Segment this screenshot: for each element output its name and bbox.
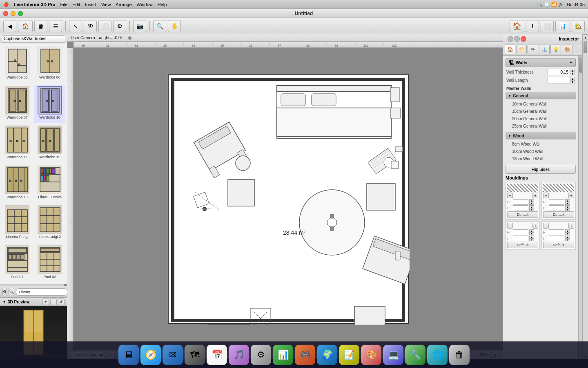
moulding-minus-tl[interactable]: − [507, 193, 513, 198]
tab-materials[interactable]: 🏠 [505, 45, 515, 54]
scrollbar-up-arrow[interactable]: ▲ [583, 34, 588, 40]
dock-syspref[interactable]: ⚙ [251, 345, 271, 365]
preview-toggle[interactable]: ▼ [2, 300, 6, 304]
toolbar-right1[interactable]: 🏠 [510, 20, 524, 32]
toolbar-right5[interactable]: 🏡 [572, 20, 585, 32]
wall-length-input[interactable] [548, 77, 570, 83]
dock-finder[interactable]: 🖥 [118, 345, 139, 365]
sidebar-item-wardrobe07[interactable]: Wardrobe 07 [2, 85, 33, 123]
wall-option-10cm-general[interactable]: 10cm General Wall [506, 100, 576, 108]
dock-app2[interactable]: 🎮 [295, 345, 315, 365]
app-name[interactable]: Live Interior 3D Pro [14, 2, 55, 7]
moulding-i-up-tl[interactable]: ▲ [529, 205, 534, 208]
inspector-scrollbar[interactable] [578, 56, 582, 359]
moulding-plus-br[interactable]: + [568, 223, 574, 229]
moulding-h-up-tl[interactable]: ▲ [529, 199, 534, 202]
sidebar-item-puni02[interactable]: Puni 02 [34, 245, 65, 283]
moulding-minus-br[interactable]: − [543, 223, 549, 229]
moulding-i-down-br[interactable]: ▼ [565, 238, 570, 241]
menu-view[interactable]: View [101, 2, 111, 7]
moulding-i-input-tl[interactable] [513, 205, 528, 211]
moulding-h-input-tr[interactable] [549, 199, 564, 205]
moulding-h-input-br[interactable] [549, 229, 564, 235]
wall-option-15cm-general[interactable]: 15cm General Wall [506, 108, 576, 115]
preview-reset[interactable]: ↺ [58, 298, 65, 305]
dock-app6[interactable]: 💻 [383, 345, 403, 365]
inspector-fullscreen-btn[interactable] [521, 36, 526, 42]
wall-length-down[interactable]: ▼ [570, 80, 575, 83]
tab-anchor[interactable]: ⚓ [539, 45, 550, 54]
dock-app5[interactable]: 🎨 [361, 345, 381, 365]
sidebar-item-librerbooks[interactable]: Librer... Books [34, 165, 65, 203]
moulding-h-up-tr[interactable]: ▲ [565, 199, 570, 202]
moulding-i-input-bl[interactable] [513, 236, 528, 241]
preview-zoom-in[interactable]: + [42, 298, 49, 305]
wall-thickness-up[interactable]: ▲ [570, 69, 575, 72]
menu-file[interactable]: File [60, 2, 67, 7]
sidebar-item-wardrobe05[interactable]: Wardrobe 05 [2, 45, 33, 83]
dock-itunes[interactable]: 🎵 [229, 345, 249, 365]
inspector-min-btn[interactable] [514, 36, 520, 42]
wall-option-8cm-wood[interactable]: 8cm Wood Wall [506, 140, 576, 148]
default-btn-tr[interactable]: Default [543, 211, 574, 218]
canvas-content[interactable]: 28,44 m² [74, 48, 503, 350]
sidebar-settings-btn[interactable]: ⚙ [2, 288, 7, 296]
sidebar-item-wardrobe10[interactable]: Wardrobe 10 [34, 85, 65, 123]
toolbar-floor-btn[interactable]: ⬜ [98, 20, 111, 32]
tab-lighting[interactable]: 🌕 [516, 45, 527, 54]
toolbar-right3[interactable]: ⬜ [541, 20, 554, 32]
moulding-h-down-tr[interactable]: ▼ [565, 202, 570, 205]
wall-length-up[interactable]: ▲ [570, 77, 575, 80]
dock-trash[interactable]: 🗑 [449, 345, 470, 365]
toolbar-right2[interactable]: ℹ [526, 20, 539, 32]
dock-app7[interactable]: 🔧 [405, 345, 425, 365]
toolbar-home-btn[interactable]: 🏠 [18, 20, 33, 32]
toolbar-settings-btn[interactable]: ⚙ [113, 20, 126, 32]
menu-arrange[interactable]: Arrange [116, 2, 131, 7]
tab-color[interactable]: 🎨 [562, 45, 572, 54]
moulding-h-down-bl[interactable]: ▼ [529, 232, 534, 235]
wall-option-20cm-general[interactable]: 20cm General Wall [506, 115, 576, 122]
menu-window[interactable]: Window [137, 2, 153, 7]
dock-mail[interactable]: ✉ [163, 345, 183, 365]
tab-bulb[interactable]: 💡 [550, 45, 561, 54]
sidebar-item-wardrobe13[interactable]: Wardrobe 13 [2, 165, 33, 203]
moulding-i-down-bl[interactable]: ▼ [529, 238, 534, 241]
sidebar-item-librerarigi2[interactable]: Librer...arigi 2 [34, 204, 65, 243]
dock-app1[interactable]: 📊 [273, 345, 293, 365]
moulding-i-input-tr[interactable] [549, 205, 564, 211]
wall-option-13cm-wood[interactable]: 13cm Wood Wall [506, 155, 576, 162]
moulding-h-down-tl[interactable]: ▼ [529, 202, 534, 205]
sidebar-item-librerparigi[interactable]: Libreria Parigi [2, 204, 33, 243]
maximize-button[interactable] [18, 11, 23, 16]
menu-edit[interactable]: Edit [72, 2, 80, 7]
moulding-i-down-tr[interactable]: ▼ [565, 208, 570, 211]
sidebar-item-puni01[interactable]: Puni 01 [2, 245, 33, 283]
default-btn-tl[interactable]: Default [507, 211, 538, 218]
minimize-button[interactable] [11, 11, 16, 16]
wall-thickness-input[interactable] [548, 69, 570, 75]
moulding-i-up-bl[interactable]: ▲ [529, 236, 534, 238]
toolbar-back-btn[interactable]: ◀ [3, 20, 16, 32]
wood-section-header[interactable]: ▼ Wood [506, 132, 576, 139]
sidebar-item-wardrobe12[interactable]: Wardrobe 12 [34, 125, 65, 163]
flip-sides-button[interactable]: Flip Sides [506, 165, 576, 174]
wall-option-10cm-wood[interactable]: 10cm Wood Wall [506, 148, 576, 155]
dock-ical[interactable]: 📅 [207, 345, 227, 365]
toolbar-hand-btn[interactable]: ✋ [168, 20, 181, 32]
toolbar-3d-btn[interactable]: 3D [84, 20, 97, 32]
walls-section-header[interactable]: 🏗 Walls ▼ [506, 58, 576, 67]
wall-option-25cm-general[interactable]: 25cm General Wall [506, 122, 576, 130]
moulding-plus-tl[interactable]: + [532, 193, 538, 198]
moulding-minus-tr[interactable]: − [543, 193, 549, 198]
general-section-header[interactable]: ▼ General [506, 92, 576, 99]
sidebar-item-wardrobe11[interactable]: Wardrobe 11 [2, 125, 33, 163]
toolbar-camera-btn[interactable]: 📷 [133, 20, 146, 32]
dock-app8[interactable]: 🌐 [427, 345, 448, 365]
moulding-i-up-br[interactable]: ▲ [565, 236, 570, 238]
toolbar-select-btn[interactable]: ↖ [69, 20, 82, 32]
moulding-h-up-bl[interactable]: ▲ [529, 229, 534, 232]
toolbar-delete-btn[interactable]: 🗑 [34, 20, 47, 32]
toolbar-list-btn[interactable]: ☰ [49, 20, 62, 32]
toolbar-zoom-btn[interactable]: 🔍 [153, 20, 166, 32]
